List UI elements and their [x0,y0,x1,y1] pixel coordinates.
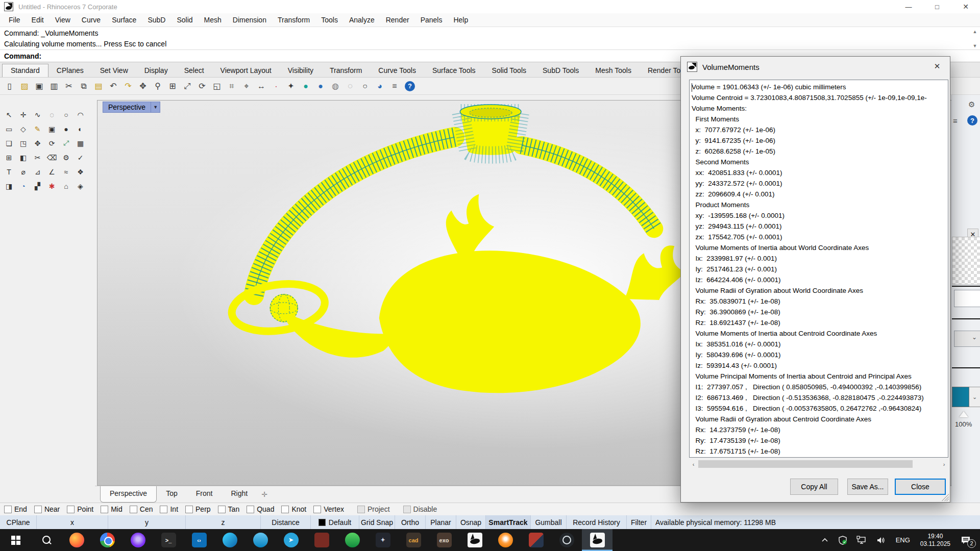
taskbar-icon[interactable] [521,529,551,551]
taskbar-icon[interactable] [31,529,61,551]
dialog-results-text[interactable]: Volume = 1901.06343 (+/- 1e-06) cubic mi… [689,80,948,458]
scroll-left-icon[interactable]: ‹ [689,460,698,468]
palette-tool-icon[interactable]: ◌ [45,108,58,121]
taskbar-icon[interactable] [122,529,153,551]
toolbar-tab[interactable]: Display [136,64,176,77]
palette-tool-icon[interactable]: ◔ [17,180,30,192]
taskbar-icon[interactable] [551,529,582,551]
checkbox-icon[interactable] [34,506,42,513]
toolbar-tab[interactable]: Mesh Tools [587,64,640,77]
palette-tool-icon[interactable]: T [3,165,15,178]
taskbar-icon[interactable]: ✦ [368,529,398,551]
palette-tool-icon[interactable]: ⌀ [17,165,30,178]
taskbar-icon[interactable] [0,529,31,551]
panel-dropdown[interactable] [954,331,980,347]
toolbar-icon[interactable]: ⧉ [77,80,90,93]
status-cell[interactable]: SmartTrack [486,515,531,529]
palette-tool-icon[interactable]: ⟳ [45,137,58,149]
taskbar-icon[interactable] [337,529,368,551]
status-cell[interactable]: z [186,515,261,529]
toolbar-icon[interactable]: ◍ [329,80,342,93]
taskbar-icon[interactable]: ➤ [276,529,306,551]
palette-tool-icon[interactable]: ⌂ [60,180,72,192]
opacity-slider-handle[interactable] [959,411,968,417]
toolbar-tab[interactable]: Surface Tools [424,64,484,77]
taskbar-icon[interactable] [582,529,612,551]
status-cell[interactable]: Osnap [456,515,486,529]
viewport-tab[interactable]: Top [157,486,187,503]
palette-tool-icon[interactable]: ⊿ [31,165,44,178]
scroll-right-icon[interactable]: › [940,460,948,468]
viewport-tab[interactable]: Front [187,486,222,503]
toolbar-icon[interactable]: ▨ [18,80,31,93]
palette-tool-icon[interactable]: ⊞ [3,151,15,164]
toolbar-icon[interactable]: ↔ [255,80,268,93]
scroll-up-icon[interactable]: ▲ [971,28,979,35]
toolbar-icon[interactable]: ✂ [62,80,76,93]
taskbar-icon[interactable]: cad [398,529,429,551]
toolbar-icon[interactable]: ▣ [33,80,46,93]
menu-item[interactable]: Surface [106,13,142,27]
toolbar-icon[interactable]: ? [405,81,415,91]
toolbar-tab[interactable]: Select [176,64,212,77]
checkbox-icon[interactable] [67,506,75,513]
palette-tool-icon[interactable]: ▞ [31,180,44,192]
palette-tool-icon[interactable]: ✛ [17,108,30,121]
language-indicator[interactable]: ENG [896,536,910,544]
menu-item[interactable]: Dimension [227,13,272,27]
add-viewport-tab-icon[interactable]: ✛ [257,486,272,503]
defender-shield-icon[interactable] [838,536,847,545]
taskbar-icon[interactable] [61,529,92,551]
scrollbar-thumb[interactable] [698,460,913,468]
checkbox-icon[interactable] [313,506,321,513]
checkbox-icon[interactable] [185,506,193,513]
panel-menu-icon[interactable]: ≡ [953,116,958,125]
viewport-title[interactable]: Perspective [103,102,151,113]
panel-help-icon[interactable]: ? [967,115,977,126]
palette-tool-icon[interactable]: ◐ [74,122,87,135]
palette-tool-icon[interactable]: ✱ [45,180,58,192]
color-swatch-dropdown-icon[interactable]: ⌄ [969,387,980,407]
osnap-checkbox[interactable]: Perp [185,505,211,513]
status-cell[interactable]: Planar [426,515,456,529]
palette-tool-icon[interactable]: ◈ [74,180,87,192]
status-cell[interactable]: Record History [567,515,627,529]
taskbar-icon[interactable]: exo [429,529,459,551]
palette-tool-icon[interactable]: ❖ [74,165,87,178]
taskbar-icon[interactable] [245,529,276,551]
menu-item[interactable]: Help [448,13,474,27]
status-cell[interactable]: Ortho [395,515,426,529]
palette-tool-icon[interactable]: ❏ [3,137,15,149]
viewport-tab[interactable]: Right [222,486,257,503]
palette-tool-icon[interactable]: ◨ [3,180,15,192]
menu-item[interactable]: Analyze [344,13,380,27]
osnap-checkbox[interactable]: Near [34,505,60,513]
panel-gear-icon[interactable]: ⚙ [968,100,975,109]
menu-item[interactable]: Render [380,13,415,27]
menu-item[interactable]: SubD [142,13,171,27]
toolbar-tab[interactable]: SubD Tools [534,64,587,77]
palette-tool-icon[interactable]: ∠ [45,165,58,178]
toolbar-tab[interactable]: Solid Tools [484,64,534,77]
command-history[interactable]: Command: _VolumeMomentsCalculating volum… [0,27,980,50]
checkbox-icon[interactable] [4,506,12,513]
checkbox-icon[interactable] [403,506,411,513]
viewport-menu-dropdown-icon[interactable]: ▼ [151,102,160,113]
status-cell[interactable]: Filter [627,515,651,529]
toolbar-icon[interactable]: ⌗ [225,80,238,93]
palette-tool-icon[interactable]: ↖ [3,108,15,121]
palette-tool-icon[interactable]: ⤢ [60,137,72,149]
osnap-checkbox[interactable]: Cen [130,505,153,513]
palette-tool-icon[interactable]: ✥ [31,137,44,149]
palette-tool-icon[interactable]: ○ [60,108,72,121]
toolbar-icon[interactable]: ▤ [92,80,105,93]
status-cell[interactable]: Distance [261,515,311,529]
copy-all-button[interactable]: Copy All [790,479,838,495]
toolbar-icon[interactable]: ≡ [388,80,401,93]
panel-text-field[interactable] [954,290,980,307]
tray-expand-icon[interactable] [821,536,829,544]
toolbar-icon[interactable]: ⟳ [195,80,209,93]
menu-item[interactable]: Mesh [199,13,227,27]
status-cell[interactable]: Available physical memory: 11298 MB [651,515,980,529]
command-scrollbar[interactable]: ▲ ▼ [971,28,979,49]
